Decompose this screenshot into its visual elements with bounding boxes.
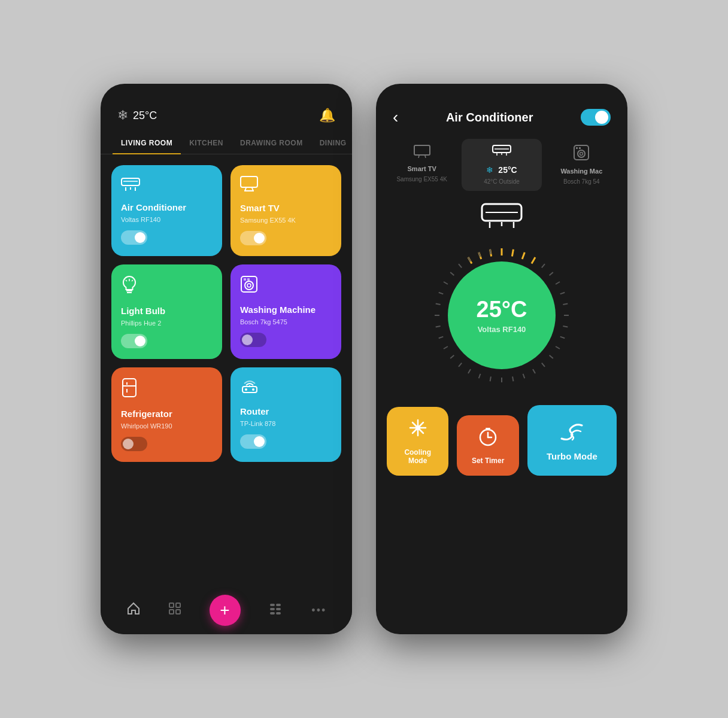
svg-rect-30 [176, 610, 180, 614]
tv-toggle[interactable] [240, 231, 266, 245]
bulb-toggle[interactable] [121, 334, 147, 348]
right-phone: ‹ Air Conditioner Smart TV Samsung EX55 … [376, 84, 627, 634]
svg-line-88 [450, 272, 454, 275]
fridge-toggle[interactable] [121, 437, 147, 451]
ac-icon [121, 176, 213, 195]
cooling-mode-button[interactable]: Cooling Mode [387, 407, 448, 476]
strip-ac-snowflake: ❄ [486, 165, 493, 175]
washer-toggle[interactable] [240, 333, 266, 347]
ac-action-row: Cooling Mode Set Timer Turbo Mode [376, 405, 627, 476]
strip-smart-tv[interactable]: Smart TV Samsung EX55 4K [382, 139, 462, 191]
strip-washer-title: Washing Mac [560, 168, 602, 175]
more-nav-icon[interactable]: ••• [311, 604, 326, 617]
weather-temp: 25°C [133, 109, 157, 122]
washer-card-sub: Bosch 7kg 5475 [240, 318, 332, 325]
fridge-card-title: Refrigerator [121, 409, 213, 419]
tab-living-room[interactable]: LIVING ROOM [113, 133, 181, 154]
strip-ac[interactable]: ❄ 25°C 42°C Outside [462, 139, 541, 191]
svg-point-46 [578, 150, 585, 157]
tab-kitchen[interactable]: KITCHEN [181, 133, 232, 154]
ac-center-display [376, 203, 627, 232]
back-button[interactable]: ‹ [393, 108, 398, 127]
svg-line-83 [436, 326, 441, 327]
svg-line-87 [444, 282, 448, 284]
svg-rect-36 [276, 612, 281, 614]
router-card-sub: TP-Link 878 [240, 420, 332, 427]
svg-point-47 [580, 153, 583, 156]
fridge-icon [121, 378, 213, 401]
device-strip: Smart TV Samsung EX55 4K ❄ 25°C 42°C Out… [376, 139, 627, 203]
svg-line-91 [479, 252, 481, 257]
svg-line-67 [563, 326, 568, 327]
svg-rect-23 [242, 387, 257, 393]
tab-drawing-room[interactable]: DRAWING ROOM [232, 133, 311, 154]
washing-machine-card[interactable]: Washing Machine Bosch 7kg 5475 [230, 264, 341, 359]
dial-temperature: 25°C [477, 297, 527, 323]
add-fab-button[interactable]: + [210, 595, 241, 626]
ac-toggle[interactable] [121, 230, 147, 245]
svg-line-93 [542, 264, 545, 267]
svg-rect-0 [122, 178, 139, 185]
svg-line-13 [132, 280, 133, 281]
svg-rect-31 [270, 604, 275, 606]
temperature-dial[interactable]: 25°C Voltas RF140 [430, 244, 574, 387]
svg-line-70 [550, 355, 553, 358]
svg-line-85 [436, 304, 441, 305]
svg-rect-18 [247, 278, 250, 281]
strip-ac-temp-row: ❄ 25°C [486, 165, 517, 175]
ac-card-title: Air Conditioner [121, 202, 213, 212]
bulb-card-title: Light Bulb [121, 306, 213, 316]
strip-washer-icon [574, 145, 589, 164]
svg-point-16 [247, 284, 251, 287]
svg-rect-29 [169, 610, 174, 614]
svg-rect-34 [276, 608, 281, 610]
weather-display: ❄ 25°C [117, 108, 157, 123]
turbo-mode-button[interactable]: Turbo Mode [527, 405, 617, 476]
refrigerator-card[interactable]: Refrigerator Whirlpool WR190 [111, 367, 222, 462]
bell-icon[interactable]: 🔔 [319, 108, 335, 123]
grid-nav-icon[interactable] [168, 601, 182, 619]
svg-line-79 [459, 363, 462, 367]
bars-nav-icon[interactable] [268, 603, 284, 618]
fridge-card-sub: Whirlpool WR190 [121, 422, 213, 430]
svg-rect-33 [270, 608, 275, 610]
strip-ac-icon [492, 145, 511, 162]
snowflake-icon: ❄ [117, 108, 128, 123]
set-timer-button[interactable]: Set Timer [457, 415, 518, 476]
tab-dining[interactable]: DINING [311, 133, 352, 154]
svg-line-12 [126, 280, 127, 281]
light-bulb-card[interactable]: Light Bulb Phillips Hue 2 [111, 264, 222, 359]
dial-model-label: Voltas RF140 [478, 325, 526, 334]
strip-washing[interactable]: Washing Mac Bosch 7kg 54 [542, 139, 621, 191]
air-conditioner-card[interactable]: Air Conditioner Voltas RF140 [111, 165, 222, 256]
svg-point-24 [245, 388, 247, 391]
smart-tv-card[interactable]: Smart TV Samsung EX55 4K [230, 165, 341, 256]
turbo-mode-label: Turbo Mode [547, 451, 597, 461]
strip-tv-sub: Samsung EX55 4K [396, 176, 447, 182]
svg-rect-48 [576, 147, 578, 149]
svg-rect-5 [241, 177, 257, 187]
svg-line-39 [425, 156, 426, 158]
tv-icon [240, 176, 332, 196]
device-grid: Air Conditioner Voltas RF140 Smart TV Sa… [101, 165, 352, 359]
ac-main-unit-icon [481, 203, 523, 232]
svg-line-77 [479, 374, 481, 379]
svg-rect-19 [123, 379, 136, 397]
svg-line-65 [563, 304, 568, 305]
svg-line-64 [560, 293, 565, 294]
svg-rect-37 [414, 145, 430, 155]
svg-line-72 [533, 369, 535, 373]
set-timer-label: Set Timer [472, 457, 504, 465]
svg-line-78 [468, 369, 471, 373]
home-nav-icon[interactable] [126, 601, 141, 619]
washer-card-title: Washing Machine [240, 305, 332, 315]
router-toggle[interactable] [240, 434, 266, 449]
svg-point-94 [415, 425, 420, 430]
svg-line-38 [418, 156, 419, 158]
router-card[interactable]: Router TP-Link 878 [230, 367, 341, 462]
turbo-icon [559, 419, 584, 445]
bottom-device-row: Refrigerator Whirlpool WR190 Router TP-L… [101, 367, 352, 462]
ac-power-toggle[interactable] [581, 109, 611, 126]
svg-line-61 [532, 257, 535, 263]
bottom-nav: + ••• [101, 586, 352, 634]
